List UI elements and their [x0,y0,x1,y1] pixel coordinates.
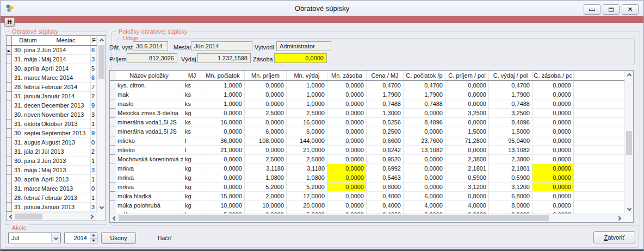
table-row[interactable]: múka polohrubákg10,000010,000020,00000,0… [110,201,633,210]
table-cell: mlieko [115,136,183,146]
table-row[interactable]: Mochovská koreninová zmeskg0,00002,50002… [110,155,633,164]
table-row[interactable]: 31. augusta 2013August 20130 [7,138,106,147]
table-cell: 0,0000 [245,146,287,155]
column-header: F [91,36,97,45]
table-cell: kg [183,173,201,183]
window: Obratové súpisky ✕ H Obratové súpisky Dá… [0,0,644,251]
table-row[interactable]: 31. októbra 2013Október 20131 [7,120,106,129]
table-row[interactable]: mliekol21,00000,000021,00000,00000,62421… [110,146,633,155]
table-row[interactable]: ▶30. júna 2014Jún 20146 [7,46,106,55]
table-cell: ks [183,127,201,136]
table-row[interactable]: mrkvakg0,00003,11803,11800,00000,69920,0… [110,164,633,173]
table-cell: 20,0000 [287,201,327,210]
vytvoril-field[interactable]: Administrator [276,41,331,51]
row-selector-header [110,71,115,80]
scroll-down-button[interactable] [625,205,634,214]
table-cell: 0,0000 [532,155,574,164]
table-row[interactable]: mrkvakg0,00005,20005,20000,00000,60000,0… [110,183,633,192]
table-cell: 2,1801 [445,164,489,173]
mesiac-field[interactable]: Jún 2014 [191,41,252,51]
table-row[interactable]: 30. apríla 2013Apríl 20131 [7,175,106,184]
combo-dropdown-button[interactable] [51,233,60,243]
month-select[interactable]: Júl [8,233,61,243]
spinner-down-button[interactable] [90,239,97,243]
supisky-horizontal-scrollbar[interactable] [7,212,97,221]
table-row[interactable]: 31. januára 2013Január 20133 [7,203,106,212]
table-row[interactable]: múka hladkákg15,00002,000017,00000,00000… [110,192,633,201]
title-bar: Obratové súpisky ✕ [1,1,643,16]
items-horizontal-scrollbar[interactable] [110,214,624,222]
table-row[interactable]: 28. februára 2014Február 20147 [7,83,106,92]
h-button[interactable]: H [4,17,15,27]
scrollbar-thumb[interactable] [119,215,549,221]
scroll-up-button[interactable] [625,71,634,79]
table-row[interactable]: 30. novembra 2013November 20133 [7,110,106,120]
table-row[interactable]: kys. citron.ks1,00000,00001,00000,00000,… [110,81,633,90]
table-cell: 0,0000 [327,164,367,173]
table-row[interactable]: 31. januára 2014Január 20142 [7,92,106,101]
table-row[interactable]: masloks1,00000,00001,00000,00000,74880,7… [110,99,633,109]
table-row[interactable]: 30. septembra 2013September 20139 [7,129,106,138]
column-header: Cena / MJ [367,71,404,80]
supisky-vertical-scrollbar[interactable] [97,36,106,212]
ukony-button[interactable]: Úkony [101,232,136,244]
table-row[interactable]: minerálna voda1,5l JSks0,00006,00006,000… [110,127,633,136]
table-row[interactable]: mrkvakg0,00001,08001,08000,00000,54630,0… [110,173,633,183]
close-button[interactable]: ✕ [622,4,639,15]
table-cell: minerálna voda1,5l JS [115,127,183,136]
table-row[interactable]: 30. júna 2013Jún 20131 [7,156,106,166]
table-cell: 0,8000 [445,192,489,201]
zatvorit-button[interactable]: Zatvoriť [593,231,635,243]
scroll-right-button[interactable] [616,214,624,223]
table-cell: 3,1200 [445,183,489,192]
accent-stripe [1,16,643,23]
table-row[interactable]: 31. mája 2014Máj 20143 [7,55,106,64]
close-icon: ✕ [628,7,633,12]
table-row[interactable]: minerálna voda1,5l JSks16,00000,000016,0… [110,118,633,127]
table-cell: l [183,146,201,155]
scroll-down-button[interactable] [97,203,106,212]
items-table-header: Názov položkyMJMn. počiatokMn. príjemMn.… [110,71,633,81]
scrollbar-thumb[interactable] [15,214,42,219]
scroll-left-button[interactable] [110,214,119,223]
table-row[interactable]: 31. marca 2013Marec 20130 [7,184,106,193]
zasoba-field[interactable]: 0,0000 [274,53,327,63]
table-row[interactable]: makks1,00000,00001,00000,00001,79001,790… [110,90,633,99]
cell-mesiac: Február 2013 [40,193,91,203]
cell-prijem: 5 [91,64,97,73]
cell-prijem: 2 [91,147,97,156]
table-row[interactable]: mliekol36,0000108,0000144,00000,00000,66… [110,136,633,146]
table-cell: 2,5000 [245,109,287,118]
table-row[interactable]: 28. februára 2013Február 20131 [7,193,106,203]
cell-datum: 28. februára 2013 [12,193,40,203]
table-row[interactable]: 31. mája 2013Máj 20133 [7,166,106,175]
tlacit-label[interactable]: Tlačiť [157,235,171,241]
table-row[interactable]: Mexická zmes 3-dielnakg0,00002,50002,500… [110,109,633,118]
table-row[interactable]: 31. júla 2013Júl 20132 [7,147,106,156]
items-vertical-scrollbar[interactable] [624,71,633,214]
year-spinner[interactable]: 2014 [64,233,97,243]
table-cell: 0,0000 [445,81,489,90]
dat-vyst-field[interactable]: 30.6.2014 [133,41,168,51]
cell-datum: 30. novembra 2013 [12,110,40,120]
table-cell: 1,0000 [201,99,245,109]
supisky-group-label: Obratové súpisky [10,28,60,35]
scroll-left-button[interactable] [7,212,15,221]
vydaj-field[interactable]: 1 232,1598 [197,53,251,63]
scroll-right-button[interactable] [88,212,97,221]
scroll-up-button[interactable] [97,36,106,45]
table-cell: 8,0000 [489,201,532,210]
minimize-button[interactable] [584,4,600,15]
row-selector [7,156,12,166]
table-row[interactable]: 30. apríla 2014Apríl 20145 [7,64,106,73]
table-cell: maslo [115,99,183,109]
prijem-field[interactable]: 812,3026 [127,53,177,63]
scrollbar-thumb[interactable] [626,131,632,155]
table-cell: 0,0000 [201,109,245,118]
restore-button[interactable] [603,4,620,15]
table-row[interactable]: 31. marca 2014Marec 20146 [7,73,106,83]
spinner-up-button[interactable] [90,233,97,239]
table-row[interactable]: 31. decembra 2013December 20139 [7,101,106,110]
scrollbar-corner [97,212,106,221]
scrollbar-thumb[interactable] [98,45,104,79]
